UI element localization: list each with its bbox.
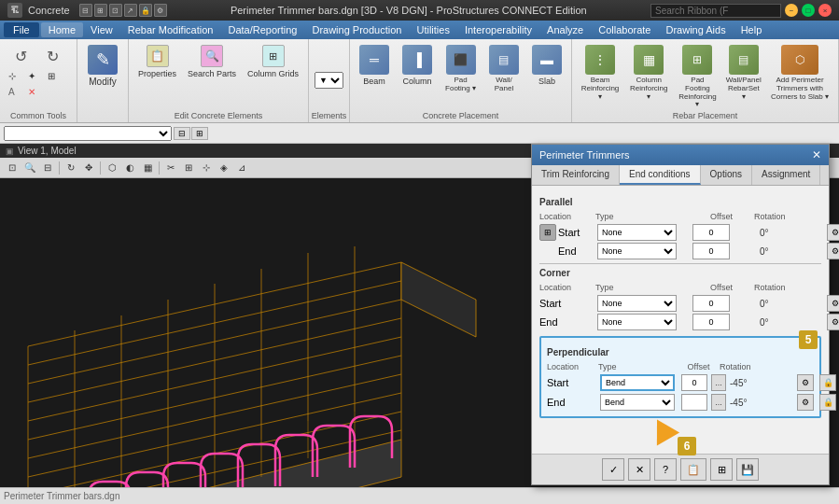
tab-assignment[interactable]: Assignment [752, 165, 820, 185]
vt-view3d[interactable]: ⬡ [104, 160, 120, 176]
vt-zoom-out[interactable]: ⊟ [39, 160, 56, 176]
undo-button[interactable]: ↺ [6, 43, 35, 69]
perp-end-config-btn[interactable]: ⚙ [797, 394, 814, 411]
beam-label: Beam [363, 77, 385, 86]
maximize-button[interactable]: □ [802, 4, 815, 17]
column-grids-button[interactable]: ⊞ Column Grids [244, 43, 302, 80]
tab-end-conditions[interactable]: End conditions [620, 165, 701, 185]
perp-end-offset[interactable] [681, 394, 707, 411]
corner-end-offset[interactable] [692, 314, 730, 330]
perp-end-type[interactable]: BendNone [600, 394, 675, 411]
title-tool-1[interactable]: ⊟ [79, 4, 92, 17]
menu-drawing-aids[interactable]: Drawing Aids [658, 22, 733, 37]
properties-label: Properties [138, 69, 176, 78]
tool-btn-3[interactable]: ⊞ [45, 70, 63, 85]
view-icon: ▣ [6, 147, 14, 156]
parallel-end-offset[interactable] [692, 243, 730, 259]
dialog-ok-btn[interactable]: ✓ [602, 458, 624, 481]
dialog-grid-btn[interactable]: ⊞ [710, 458, 733, 481]
parallel-end-config-btn[interactable]: ⚙ [827, 243, 839, 259]
menu-analyze[interactable]: Analyze [539, 22, 591, 37]
cmd-btn-2[interactable]: ⊞ [191, 127, 208, 140]
pad-footing-rebar-button[interactable]: ⊞ Pad FootingReinforcing ▾ [675, 43, 720, 111]
beam-reinforcing-button[interactable]: ⋮ BeamReinforcing ▾ [578, 43, 622, 103]
title-tool-6[interactable]: ⚙ [154, 4, 167, 17]
vt-rotate[interactable]: ↻ [63, 160, 79, 176]
parallel-start-offset[interactable] [692, 224, 730, 241]
close-button[interactable]: × [818, 4, 832, 17]
ribbon-search[interactable] [650, 4, 781, 18]
dialog-cancel-btn[interactable]: ✕ [628, 458, 650, 481]
vt-section[interactable]: ⊞ [180, 160, 197, 176]
tab-options[interactable]: Options [701, 165, 752, 185]
perp-start-type[interactable]: BendNone [600, 374, 675, 391]
column-button[interactable]: ▐ Column [399, 43, 436, 88]
select-button[interactable]: ⊹ [6, 70, 24, 85]
title-tool-5[interactable]: 🔒 [139, 4, 152, 17]
menu-utilities[interactable]: Utilities [409, 22, 456, 37]
menu-drawing-production[interactable]: Drawing Production [304, 22, 409, 37]
menu-help[interactable]: Help [734, 22, 770, 37]
corner-end-config-btn[interactable]: ⚙ [827, 314, 839, 330]
perp-start-offset[interactable] [681, 374, 707, 391]
elements-dropdown[interactable]: ▼ [315, 72, 343, 89]
wall-panel-button[interactable]: ▤ Wall/Panel [485, 43, 523, 95]
parallel-start-config-btn[interactable]: ⚙ [827, 224, 839, 241]
vt-fit[interactable]: ⊡ [4, 160, 21, 176]
column-reinforcing-button[interactable]: ▦ ColumnReinforcing ▾ [626, 43, 671, 103]
tool-icon-3: ⊞ [48, 71, 61, 84]
menu-home[interactable]: Home [41, 22, 83, 37]
perp-start-offset-btn[interactable]: … [711, 374, 726, 391]
vt-extra2[interactable]: ◈ [216, 160, 232, 176]
tool-btn-4[interactable]: A [6, 86, 24, 101]
vt-pan[interactable]: ✥ [80, 160, 97, 176]
vt-display[interactable]: ▦ [139, 160, 156, 176]
menu-data-reporting[interactable]: Data/Reporting [220, 22, 304, 37]
pad-footing-button[interactable]: ⬛ PadFooting ▾ [441, 43, 480, 95]
menu-interoperability[interactable]: Interoperability [457, 22, 539, 37]
add-perimeter-button[interactable]: ⬡ Add PerimeterTrimmers with Corners to … [767, 43, 832, 103]
perp-end-lock-btn[interactable]: 🔒 [819, 394, 836, 411]
app-title: Perimeter Trimmer bars.dgn [3D - V8 DGN]… [167, 5, 650, 16]
vt-zoom-in[interactable]: 🔍 [21, 160, 38, 176]
dialog-close-button[interactable]: ✕ [812, 148, 821, 161]
corner-start-config-btn[interactable]: ⚙ [827, 295, 839, 312]
corner-start-offset[interactable] [692, 295, 730, 312]
perp-end-offset-btn[interactable]: … [711, 394, 726, 411]
search-parts-button[interactable]: 🔍 Search Parts [184, 43, 240, 80]
title-tool-4[interactable]: ↗ [124, 4, 137, 17]
menu-collaborate[interactable]: Collaborate [591, 22, 658, 37]
beam-button[interactable]: ═ Beam [356, 43, 393, 88]
vt-extra3[interactable]: ⊿ [233, 160, 250, 176]
perp-col-rotation: Rotation [720, 362, 776, 371]
parallel-end-type[interactable]: NoneBend [597, 243, 677, 259]
tool-btn-5[interactable]: ✕ [25, 86, 44, 101]
dialog-help-btn[interactable]: ? [654, 458, 677, 481]
parallel-start-type[interactable]: NoneBend [597, 224, 677, 241]
dialog-clipboard-btn[interactable]: 📋 [680, 458, 706, 481]
vt-extra1[interactable]: ⊹ [198, 160, 215, 176]
corner-end-type[interactable]: NoneBend [597, 314, 677, 330]
modify-button[interactable]: ✎ Modify [84, 43, 121, 89]
tool-btn-2[interactable]: ✦ [25, 70, 44, 85]
vt-clip[interactable]: ✂ [162, 160, 179, 176]
cmd-btn-1[interactable]: ⊟ [174, 127, 190, 140]
dialog-save-btn[interactable]: 💾 [736, 458, 759, 481]
perp-start-config-btn[interactable]: ⚙ [797, 374, 814, 391]
corner-start-type[interactable]: NoneBend [597, 295, 677, 312]
properties-button[interactable]: 📋 Properties [134, 43, 180, 80]
redo-button[interactable]: ↻ [37, 43, 67, 69]
corner-col-offset: Offset [689, 283, 754, 292]
cmd-dropdown[interactable] [4, 126, 172, 141]
menu-rebar-mod[interactable]: Rebar Modification [120, 22, 221, 37]
vt-render[interactable]: ◐ [121, 160, 138, 176]
menu-file[interactable]: File [4, 22, 39, 37]
wall-panel-rebar-button[interactable]: ▤ Wall/PanelRebarSet ▾ [724, 43, 763, 103]
perp-start-lock-btn[interactable]: 🔒 [819, 374, 836, 391]
tab-trim-reinforcing[interactable]: Trim Reinforcing [532, 165, 620, 185]
minimize-button[interactable]: − [785, 4, 798, 17]
slab-button[interactable]: ▬ Slab [528, 43, 566, 88]
title-tool-2[interactable]: ⊞ [94, 4, 107, 17]
menu-view[interactable]: View [83, 22, 120, 37]
title-tool-3[interactable]: ⊡ [109, 4, 122, 17]
